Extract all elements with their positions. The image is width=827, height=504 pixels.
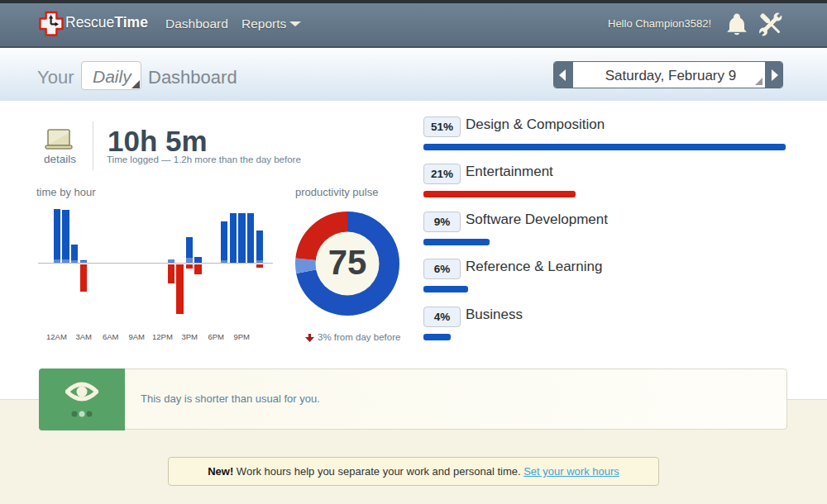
- svg-text:75: 75: [328, 243, 367, 282]
